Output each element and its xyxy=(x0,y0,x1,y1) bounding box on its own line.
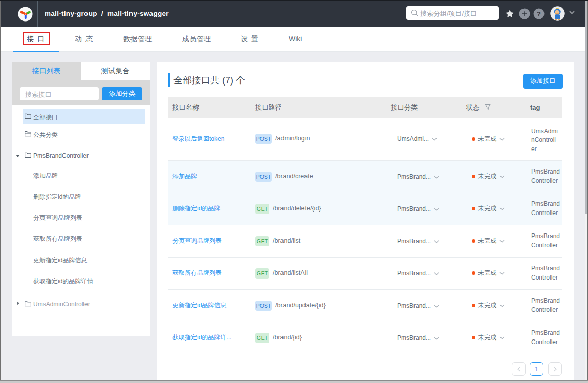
svg-text:?: ? xyxy=(537,10,541,18)
